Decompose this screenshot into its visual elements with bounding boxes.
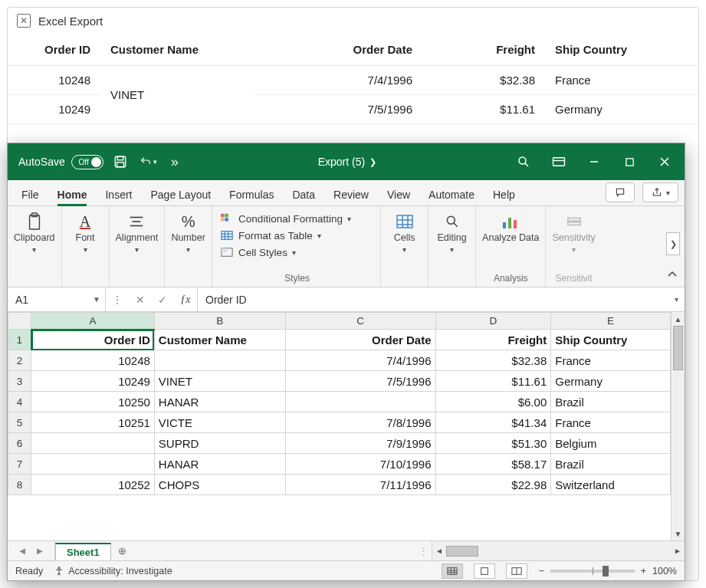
- row-header[interactable]: 4: [8, 392, 31, 412]
- name-box[interactable]: A1 ▼: [8, 287, 106, 311]
- scroll-up-arrow[interactable]: ▲: [672, 312, 685, 326]
- tab-file[interactable]: File: [14, 184, 47, 205]
- cell[interactable]: Belgium: [551, 433, 671, 454]
- enter-formula-icon[interactable]: ✓: [158, 294, 167, 306]
- view-normal-button[interactable]: [442, 563, 463, 579]
- cells-button[interactable]: Cells ▾: [394, 211, 415, 254]
- select-all-corner[interactable]: [8, 313, 31, 330]
- tab-automate[interactable]: Automate: [421, 184, 482, 205]
- tab-home[interactable]: Home: [50, 184, 95, 205]
- cell[interactable]: $6.00: [435, 392, 551, 412]
- cell[interactable]: Brazil: [551, 454, 671, 475]
- horizontal-scrollbar[interactable]: ◄ ►: [432, 541, 685, 560]
- cell[interactable]: CHOPS: [154, 475, 285, 495]
- quick-access-overflow[interactable]: »: [165, 151, 186, 172]
- close-button[interactable]: [649, 150, 680, 173]
- cell-b1[interactable]: Customer Name: [154, 330, 285, 350]
- tab-review[interactable]: Review: [326, 184, 376, 205]
- view-page-layout-button[interactable]: [474, 563, 495, 579]
- minimize-button[interactable]: [579, 150, 609, 173]
- row-header[interactable]: 5: [8, 412, 31, 433]
- row-header[interactable]: 1: [8, 330, 31, 350]
- cell[interactable]: 7/4/1996: [285, 350, 435, 371]
- scroll-thumb[interactable]: [446, 546, 478, 557]
- alignment-button[interactable]: Alignment ▾: [116, 211, 159, 254]
- col-header-a[interactable]: A: [31, 313, 155, 330]
- tab-data[interactable]: Data: [284, 184, 323, 205]
- col-header-b[interactable]: B: [154, 313, 285, 330]
- save-icon[interactable]: [110, 151, 131, 172]
- format-as-table-button[interactable]: Format as Table ▾: [220, 228, 374, 243]
- cell[interactable]: HANAR: [154, 392, 285, 412]
- cell[interactable]: $58.17: [435, 454, 551, 475]
- col-header-d[interactable]: D: [435, 313, 551, 330]
- maximize-button[interactable]: [614, 150, 645, 173]
- cell[interactable]: [31, 433, 155, 454]
- conditional-formatting-button[interactable]: Conditional Formatting ▾: [220, 211, 374, 226]
- excel-export-icon[interactable]: ✕: [17, 14, 31, 28]
- cell[interactable]: [285, 392, 435, 412]
- cell[interactable]: $22.98: [435, 475, 551, 495]
- vertical-scrollbar[interactable]: ▲ ▼: [671, 312, 685, 540]
- col-header-e[interactable]: E: [551, 313, 671, 330]
- worksheet-grid[interactable]: A B C D E 1 Order ID Customer Name Order…: [8, 312, 671, 495]
- cell[interactable]: HANAR: [154, 454, 285, 475]
- zoom-slider[interactable]: [550, 570, 635, 573]
- scroll-left-arrow[interactable]: ◄: [432, 541, 446, 560]
- cell[interactable]: Germany: [551, 371, 671, 392]
- cell-styles-button[interactable]: Cell Styles ▾: [220, 245, 374, 260]
- prev-sheet-icon[interactable]: ◄: [18, 545, 28, 557]
- cell[interactable]: $51.30: [435, 433, 551, 454]
- cell[interactable]: $41.34: [435, 412, 551, 433]
- scroll-track[interactable]: [672, 326, 685, 527]
- fx-icon[interactable]: ƒx: [180, 294, 190, 306]
- cell[interactable]: 10252: [31, 475, 155, 495]
- zoom-out-button[interactable]: −: [538, 566, 543, 577]
- cell[interactable]: Switzerland: [551, 475, 671, 495]
- cell[interactable]: [31, 454, 155, 475]
- document-title[interactable]: Export (5) ❯: [192, 156, 502, 168]
- tab-view[interactable]: View: [379, 184, 418, 205]
- cell[interactable]: [154, 350, 285, 371]
- col-header-c[interactable]: C: [285, 313, 435, 330]
- scroll-right-arrow[interactable]: ►: [671, 541, 685, 560]
- tab-insert[interactable]: Insert: [97, 184, 140, 205]
- scroll-thumb[interactable]: [673, 326, 683, 370]
- tab-page-layout[interactable]: Page Layout: [143, 184, 218, 205]
- sheet-tab-sheet1[interactable]: Sheet1: [55, 543, 111, 560]
- next-sheet-icon[interactable]: ►: [35, 545, 45, 557]
- zoom-in-button[interactable]: +: [641, 566, 646, 577]
- cell[interactable]: $32.38: [435, 350, 551, 371]
- row-header[interactable]: 7: [8, 454, 31, 475]
- font-button[interactable]: A Font ▾: [74, 211, 96, 254]
- cell[interactable]: 7/8/1996: [285, 412, 435, 433]
- tab-formulas[interactable]: Formulas: [222, 184, 281, 205]
- expand-formula-bar-icon[interactable]: ▾: [675, 295, 678, 304]
- cell-d1[interactable]: Freight: [435, 330, 551, 350]
- cell-a1[interactable]: Order ID: [31, 330, 155, 350]
- cell[interactable]: 10248: [31, 350, 155, 371]
- zoom-knob[interactable]: [603, 566, 609, 577]
- zoom-control[interactable]: − + 100%: [538, 566, 677, 577]
- cell[interactable]: VICTE: [154, 412, 285, 433]
- row-header[interactable]: 6: [8, 433, 31, 454]
- comments-button[interactable]: [606, 182, 635, 202]
- cell[interactable]: VINET: [154, 371, 285, 392]
- zoom-value[interactable]: 100%: [652, 566, 677, 577]
- collapse-ribbon-icon[interactable]: [665, 267, 680, 282]
- cell-e1[interactable]: Ship Country: [551, 330, 671, 350]
- cell[interactable]: $11.61: [435, 371, 551, 392]
- cell[interactable]: 10250: [31, 392, 155, 412]
- scroll-track[interactable]: [446, 546, 671, 557]
- editing-button[interactable]: Editing ▾: [437, 211, 466, 254]
- undo-icon[interactable]: ▾: [137, 151, 159, 172]
- paste-button[interactable]: Clipboard ▾: [14, 211, 55, 254]
- cell[interactable]: 7/9/1996: [285, 433, 435, 454]
- cell[interactable]: 7/11/1996: [285, 475, 435, 495]
- ribbon-display-options-icon[interactable]: [543, 150, 574, 173]
- autosave-switch[interactable]: Off: [71, 155, 103, 169]
- add-sheet-button[interactable]: ⊕: [111, 541, 134, 560]
- cell[interactable]: 10249: [31, 371, 155, 392]
- number-button[interactable]: % Number ▾: [171, 211, 205, 254]
- tabstrip-splitter[interactable]: ⋮: [134, 541, 432, 560]
